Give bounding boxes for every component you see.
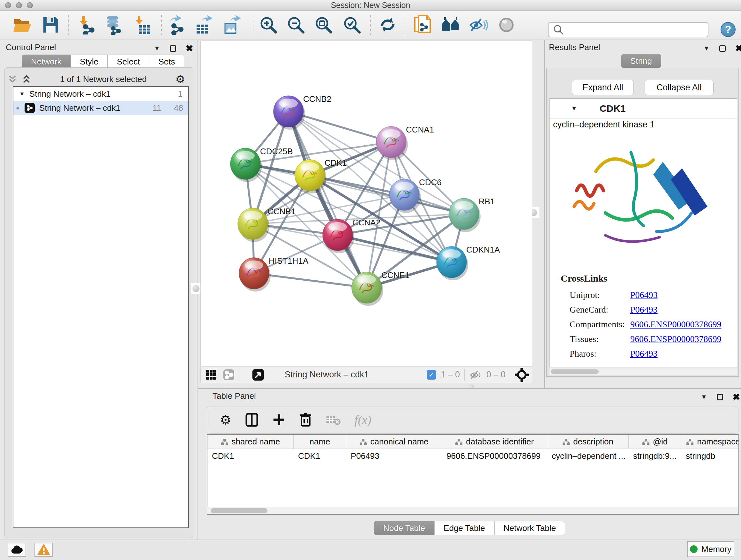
zoom-selected-button[interactable] bbox=[340, 13, 364, 37]
panel-close-icon[interactable]: ✖ bbox=[735, 43, 741, 54]
node-table[interactable]: shared namename canonical name database … bbox=[207, 434, 739, 515]
birdseye-toggle-icon[interactable] bbox=[252, 369, 264, 381]
table-cell[interactable]: P06493 bbox=[346, 449, 442, 463]
column-header-name[interactable]: name bbox=[293, 435, 346, 449]
table-cell[interactable]: CDK1 bbox=[207, 449, 293, 463]
show-columns-icon[interactable] bbox=[246, 413, 258, 427]
gene-description: cyclin–dependent kinase 1 bbox=[553, 120, 734, 130]
network-row[interactable]: ● String Network – cdk1 11 48 bbox=[13, 101, 188, 115]
network-node-CDKN1A[interactable]: CDKN1A bbox=[436, 245, 500, 280]
network-view-canvas[interactable]: CCNB2CCNA1CDC25BCDK1CDC6RB1CCNB1CCNA2CDK… bbox=[200, 41, 532, 366]
table-cell[interactable]: stringdb:9... bbox=[629, 449, 681, 463]
export-network-button[interactable] bbox=[165, 13, 188, 37]
gear-icon[interactable]: ⚙ bbox=[176, 73, 185, 85]
table-settings-gear-icon[interactable]: ⚙ bbox=[220, 413, 231, 427]
table-row[interactable]: CDK1CDK1P064939606.ENSP00000378699cyclin… bbox=[207, 449, 738, 463]
network-edge[interactable] bbox=[254, 273, 367, 288]
panel-menu-icon[interactable]: ▼ bbox=[703, 45, 710, 52]
tab-string[interactable]: String bbox=[621, 54, 661, 68]
table-cell[interactable]: 9606.ENSP00000378699 bbox=[442, 449, 547, 463]
collapse-all-button[interactable]: Collapse All bbox=[645, 80, 714, 95]
panel-close-icon[interactable]: ✖ bbox=[186, 43, 193, 54]
show-glass-button[interactable] bbox=[495, 13, 518, 37]
collapse-all-chevron-icon[interactable] bbox=[8, 75, 17, 84]
string-home-button[interactable] bbox=[439, 13, 463, 37]
help-button[interactable]: ? bbox=[721, 22, 736, 37]
zoom-in-icon bbox=[259, 16, 278, 34]
selected-checkbox-icon[interactable]: ✓ bbox=[427, 370, 436, 380]
left-splitter-handle[interactable] bbox=[190, 283, 202, 294]
tab-node-table[interactable]: Node Table bbox=[374, 521, 434, 535]
panel-float-icon[interactable] bbox=[719, 45, 726, 52]
crosslink-link[interactable]: P06493 bbox=[630, 290, 658, 300]
panel-close-icon[interactable]: ✖ bbox=[733, 392, 740, 402]
column-header-database-identifier[interactable]: database identifier bbox=[442, 435, 547, 449]
memory-button[interactable]: Memory bbox=[687, 541, 734, 557]
warning-status-button[interactable] bbox=[35, 543, 53, 557]
panel-float-icon[interactable] bbox=[717, 394, 723, 400]
table-cell[interactable]: cyclin–dependent ... bbox=[547, 449, 629, 463]
network-selection-header: 1 of 1 Network selected ⚙ bbox=[8, 71, 190, 87]
crosslink-link[interactable]: 9606.ENSP00000378699 bbox=[630, 334, 721, 344]
export-image-button[interactable] bbox=[219, 13, 243, 37]
export-table-button[interactable] bbox=[192, 13, 215, 37]
zoom-fit-button[interactable] bbox=[312, 13, 335, 37]
panel-float-icon[interactable] bbox=[170, 45, 176, 52]
network-node-CCNA2[interactable]: CCNA2 bbox=[323, 218, 381, 253]
grid-view-icon[interactable] bbox=[206, 369, 217, 380]
crosshair-icon[interactable] bbox=[515, 368, 529, 382]
crosslink-link[interactable]: P06493 bbox=[630, 349, 658, 359]
expand-all-button[interactable]: Expand All bbox=[572, 80, 634, 95]
column-header-description[interactable]: description bbox=[547, 435, 629, 449]
tab-edge-table[interactable]: Edge Table bbox=[434, 521, 494, 535]
network-node-CDK1[interactable]: CDK1 bbox=[295, 158, 347, 193]
string-import-button[interactable] bbox=[410, 13, 434, 37]
column-header-shared-name[interactable]: shared name bbox=[207, 435, 293, 449]
save-session-button[interactable] bbox=[39, 13, 63, 37]
search-input[interactable] bbox=[566, 23, 708, 36]
control-panel-tabs: NetworkStyleSelectSets bbox=[22, 55, 184, 69]
tab-style[interactable]: Style bbox=[71, 55, 108, 69]
tab-network[interactable]: Network bbox=[22, 55, 71, 69]
collection-expand-icon[interactable]: ▼ bbox=[19, 91, 25, 98]
expand-all-chevron-icon[interactable] bbox=[22, 75, 31, 84]
panel-menu-icon[interactable]: ▼ bbox=[701, 393, 707, 401]
zoom-out-icon bbox=[286, 16, 305, 34]
results-scrollbar[interactable] bbox=[549, 368, 737, 375]
zoom-out-button[interactable] bbox=[284, 13, 308, 37]
tab-sets[interactable]: Sets bbox=[149, 55, 184, 69]
network-graph[interactable]: CCNB2CCNA1CDC25BCDK1CDC6RB1CCNB1CCNA2CDK… bbox=[201, 41, 532, 366]
cloud-status-button[interactable] bbox=[8, 543, 26, 557]
apply-layout-button[interactable] bbox=[376, 13, 400, 37]
gene-collapse-icon[interactable]: ▼ bbox=[571, 105, 577, 112]
network-node-count: 11 bbox=[152, 103, 161, 113]
tab-select[interactable]: Select bbox=[108, 55, 149, 69]
crosslink-link[interactable]: 9606.ENSP00000378699 bbox=[630, 319, 721, 329]
gene-header-row[interactable]: ▼ CDK1 bbox=[550, 99, 737, 118]
column-header-namespace[interactable]: namespace bbox=[681, 435, 739, 449]
eye-slash-blue-icon bbox=[468, 17, 488, 33]
network-node-CDC6[interactable]: CDC6 bbox=[389, 178, 442, 213]
hide-glass-button[interactable] bbox=[467, 13, 490, 37]
import-network-database-button[interactable] bbox=[102, 13, 125, 37]
import-table-file-button[interactable] bbox=[131, 13, 155, 37]
column-tree-icon bbox=[686, 438, 694, 446]
column-header-@id[interactable]: @id bbox=[629, 435, 681, 449]
open-session-button[interactable] bbox=[11, 13, 35, 37]
network-collection-row[interactable]: ▼ String Network – cdk1 1 bbox=[13, 87, 188, 101]
table-cell[interactable]: stringdb bbox=[681, 449, 739, 463]
add-column-icon[interactable] bbox=[272, 413, 286, 427]
network-node-RB1[interactable]: RB1 bbox=[449, 197, 495, 232]
zoom-in-button[interactable] bbox=[257, 13, 280, 37]
network-node-HIST1H1A[interactable]: HIST1H1A bbox=[239, 256, 309, 292]
toolbar-separator bbox=[370, 15, 371, 35]
tab-network-table[interactable]: Network Table bbox=[494, 521, 565, 535]
delete-column-icon[interactable] bbox=[300, 413, 312, 427]
column-header-canonical-name[interactable]: canonical name bbox=[346, 435, 442, 449]
share-view-icon[interactable] bbox=[223, 369, 234, 381]
table-cell[interactable]: CDK1 bbox=[293, 449, 346, 463]
panel-menu-icon[interactable]: ▼ bbox=[154, 45, 160, 52]
table-horizontal-scrollbar[interactable] bbox=[207, 507, 738, 514]
import-network-file-button[interactable] bbox=[75, 13, 98, 37]
crosslink-link[interactable]: P06493 bbox=[630, 305, 658, 315]
